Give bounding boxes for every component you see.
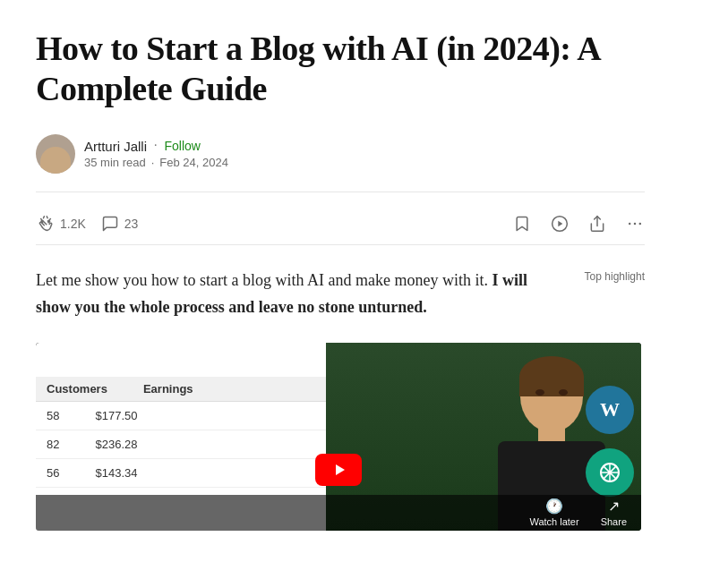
logos-area: W [586, 386, 634, 497]
actions-left: 1.2K 23 [36, 214, 138, 234]
ellipsis-icon [625, 214, 645, 234]
clap-button[interactable]: 1.2K [36, 214, 86, 234]
cell-earnings-2: $236.28 [95, 438, 137, 451]
save-button[interactable] [512, 214, 532, 234]
top-highlight-label: Top highlight [573, 267, 645, 321]
youtube-play-button[interactable] [315, 454, 362, 486]
actions-row: 1.2K 23 [36, 210, 645, 237]
share-button[interactable] [587, 214, 607, 234]
svg-point-4 [634, 222, 637, 225]
author-name[interactable]: Artturi Jalli [84, 139, 147, 154]
lead-text-normal: Let me show you how to start a blog with… [36, 271, 488, 289]
table-row: 82 $236.28 [36, 430, 326, 459]
svg-point-3 [629, 222, 631, 225]
read-date-row: 35 min read · Feb 24, 2024 [84, 156, 228, 169]
actions-right [512, 214, 645, 234]
listen-button[interactable] [550, 214, 570, 234]
col-customers: Customers [47, 382, 107, 396]
clap-count: 1.2K [60, 217, 86, 231]
wordpress-logo: W [586, 386, 634, 434]
svg-point-5 [639, 222, 642, 225]
article-body: Let me show you how to start a blog with… [36, 267, 645, 321]
divider-bottom [36, 244, 645, 245]
comment-count: 23 [124, 217, 139, 231]
read-time: 35 min read [84, 156, 146, 169]
cell-customers-1: 58 [47, 409, 59, 422]
cell-earnings-3: $143.34 [95, 466, 137, 480]
cell-customers-2: 82 [47, 438, 59, 451]
video-bottom-bar: 🕐 Watch later ↗ Share [36, 495, 641, 531]
openai-logo [586, 448, 634, 497]
article-title: How to Start a Blog with AI (in 2024): A… [36, 29, 645, 109]
author-name-row: Artturi Jalli · Follow [84, 139, 228, 154]
article-container: How to Start a Blog with AI (in 2024): A… [0, 0, 681, 531]
author-meta: Artturi Jalli · Follow 35 min read · Feb… [84, 139, 228, 169]
col-earnings: Earnings [143, 382, 193, 396]
watch-later-button[interactable]: 🕐 Watch later [529, 498, 578, 527]
more-button[interactable] [625, 214, 645, 234]
divider-top [36, 192, 645, 192]
cell-earnings-1: $177.50 [95, 409, 137, 422]
table-row: 58 $177.50 [36, 402, 326, 430]
share-video-label: Share [601, 516, 627, 527]
table-header: Customers Earnings [36, 377, 326, 402]
follow-button[interactable]: Follow [165, 139, 201, 153]
publish-date: Feb 24, 2024 [159, 156, 228, 169]
svg-marker-7 [336, 464, 345, 475]
lead-paragraph: Let me show you how to start a blog with… [36, 267, 552, 321]
clap-icon [36, 214, 56, 234]
watch-later-label: Watch later [529, 516, 578, 527]
bookmark-icon [512, 214, 532, 234]
share-video-button[interactable]: ↗ Share [601, 498, 627, 527]
author-row: Artturi Jalli · Follow 35 min read · Feb… [36, 134, 645, 174]
video-thumbnail[interactable]: How to Start a Blog with AI (The #1 Cour… [36, 343, 641, 531]
comment-button[interactable]: 23 [100, 214, 139, 234]
cell-customers-3: 56 [47, 466, 59, 480]
share-icon [587, 214, 607, 234]
date-separator: · [151, 156, 155, 169]
author-avatar[interactable] [36, 134, 75, 174]
svg-marker-1 [558, 220, 562, 226]
article-text: Let me show you how to start a blog with… [36, 267, 552, 321]
table-row: 56 $143.34 [36, 459, 326, 488]
comment-icon [100, 214, 120, 234]
play-icon [550, 214, 570, 234]
dot-separator: · [154, 139, 158, 153]
